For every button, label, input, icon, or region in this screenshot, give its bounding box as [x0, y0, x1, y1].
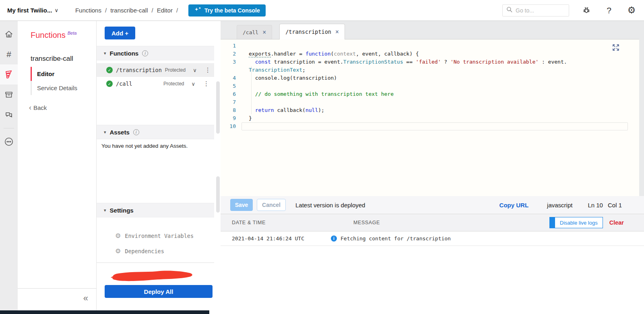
collapse-panel-icon[interactable]: « [83, 293, 87, 304]
assets-section-header[interactable]: ▾ Assets i [97, 125, 214, 139]
code-line: TranscriptionText; [221, 66, 639, 74]
panel-divider [18, 288, 97, 289]
line-content[interactable]: } [242, 114, 628, 122]
breadcrumb-item[interactable]: transcribe-call [110, 7, 148, 14]
deploy-all-button[interactable]: Deploy All [105, 285, 213, 298]
code-token: exports [249, 51, 271, 58]
archive-icon[interactable] [0, 85, 18, 105]
panel-title: FunctionsBeta [31, 31, 76, 40]
line-number: 9 [221, 114, 242, 122]
tab-label: /call [243, 29, 258, 35]
chevron-down-icon[interactable]: ∨ [191, 81, 195, 87]
clear-logs-button[interactable]: Clear [609, 219, 624, 226]
copy-url-link[interactable]: Copy URL [500, 202, 529, 209]
log-col-message: MESSAGE [353, 220, 380, 225]
service-nav-item[interactable]: Service Details [31, 81, 91, 95]
service-nav-item[interactable]: Editor [31, 67, 91, 81]
gear-icon: ⚙ [115, 233, 121, 239]
top-bar: My first Twilio... ∨ Functions/transcrib… [0, 0, 644, 21]
line-content[interactable]: return callback(null); [242, 106, 628, 114]
functions-section-header[interactable]: ▾ Functions i [97, 46, 214, 60]
line-number: 6 [221, 90, 242, 98]
log-rows: 2021-04-14 21:46:24 UTC i Fetching conte… [221, 231, 644, 246]
product-icon-rail: # [0, 21, 18, 314]
goto-search[interactable] [502, 4, 569, 17]
functions-icon[interactable] [0, 64, 18, 85]
code-editor[interactable]: 1 2 exports.handler = function(context, … [221, 39, 639, 196]
line-content[interactable] [242, 82, 628, 90]
settings-item[interactable]: ⚙ Environment Variables [97, 229, 214, 242]
kebab-menu-icon[interactable]: ⋮ [205, 66, 211, 74]
code-token: ); [318, 107, 324, 113]
code-token: return [255, 107, 274, 113]
function-path: /transcription [116, 67, 162, 73]
line-content[interactable] [242, 122, 628, 130]
try-beta-console-button[interactable]: Try the beta Console [188, 4, 266, 17]
goto-search-input[interactable] [516, 7, 560, 14]
phone-numbers-icon[interactable]: # [0, 44, 18, 64]
add-button[interactable]: Add + [105, 27, 135, 39]
help-icon[interactable]: ? [604, 5, 614, 16]
code-line: 5 [221, 82, 639, 90]
beta-tag: Beta [68, 31, 77, 35]
code-token: transcription = event. [271, 59, 343, 65]
functions-side-panel: FunctionsBeta transcribe-call EditorServ… [18, 21, 97, 314]
disable-live-logs-button[interactable]: Disable live logs [555, 217, 603, 228]
breadcrumb-item[interactable]: Functions [75, 7, 101, 14]
fullscreen-expand-icon[interactable] [612, 43, 620, 53]
settings-section-header[interactable]: ▾ Settings [97, 203, 214, 217]
chevron-down-icon[interactable]: ∨ [193, 67, 197, 73]
tab-label: /transcription [285, 29, 331, 35]
close-icon[interactable]: × [262, 29, 266, 36]
code-token: ; [302, 67, 305, 73]
gear-icon: ⚙ [115, 248, 121, 254]
code-line: 9 } [221, 114, 639, 122]
account-switcher[interactable]: My first Twilio... ∨ [7, 7, 58, 14]
close-icon[interactable]: × [335, 28, 339, 35]
code-line: 7 [221, 98, 639, 106]
line-content[interactable] [242, 42, 628, 50]
service-name: transcribe-call [31, 55, 73, 63]
cancel-button[interactable]: Cancel [257, 199, 286, 211]
log-datetime: 2021-04-14 21:46:24 UTC [232, 236, 331, 242]
line-number: 2 [221, 50, 242, 58]
function-row[interactable]: ✓ /transcription Protected ∨ ⋮ [97, 63, 214, 77]
line-content[interactable]: TranscriptionText; [242, 66, 628, 74]
code-token: console.log(transcription) [249, 75, 337, 81]
line-number: 7 [221, 98, 242, 106]
more-products-icon[interactable] [0, 132, 18, 152]
save-button[interactable]: Save [230, 199, 253, 211]
code-area[interactable]: 1 2 exports.handler = function(context, … [221, 42, 639, 130]
sparkle-icon [194, 6, 201, 14]
kebab-menu-icon[interactable]: ⋮ [203, 80, 209, 87]
info-icon[interactable]: i [133, 129, 139, 135]
live-logs-indicator [549, 217, 555, 228]
code-token: 'failed' [416, 59, 441, 65]
conversations-icon[interactable] [0, 105, 18, 125]
protected-badge: Protected [163, 81, 184, 87]
account-name: My first Twilio... [7, 7, 52, 14]
debugger-icon[interactable] [581, 5, 592, 16]
triangle-down-icon: ▾ [104, 130, 106, 135]
line-content[interactable]: exports.handler = function(context, even… [242, 50, 628, 58]
breadcrumb: Functions/transcribe-call/Editor/ [75, 7, 178, 14]
info-icon[interactable]: i [142, 50, 148, 56]
line-number: 10 [221, 122, 242, 130]
line-content[interactable] [242, 98, 628, 106]
back-link[interactable]: ‹ Back [29, 104, 47, 111]
line-content[interactable]: const transcription = event.Transcriptio… [242, 58, 628, 66]
home-icon[interactable] [0, 24, 18, 44]
function-row[interactable]: ✓ /call Protected ∨ ⋮ [97, 77, 214, 91]
editor-tab[interactable]: /call × [237, 25, 272, 39]
settings-item[interactable]: ⚙ Dependencies [97, 245, 214, 258]
settings-gear-icon[interactable]: ⚙ [626, 5, 637, 16]
line-content[interactable]: console.log(transcription) [242, 74, 628, 82]
panel-scrollbar[interactable] [216, 21, 220, 314]
cursor-position: Ln 10Col 1 [588, 202, 622, 209]
code-line: 10 [221, 122, 639, 130]
breadcrumb-item[interactable]: Editor [157, 7, 173, 14]
code-token: function [305, 51, 331, 57]
line-content[interactable]: // do something with transcription text … [242, 90, 628, 98]
editor-tab[interactable]: /transcription × [279, 24, 345, 39]
horizontal-scrollbar[interactable] [0, 310, 209, 314]
